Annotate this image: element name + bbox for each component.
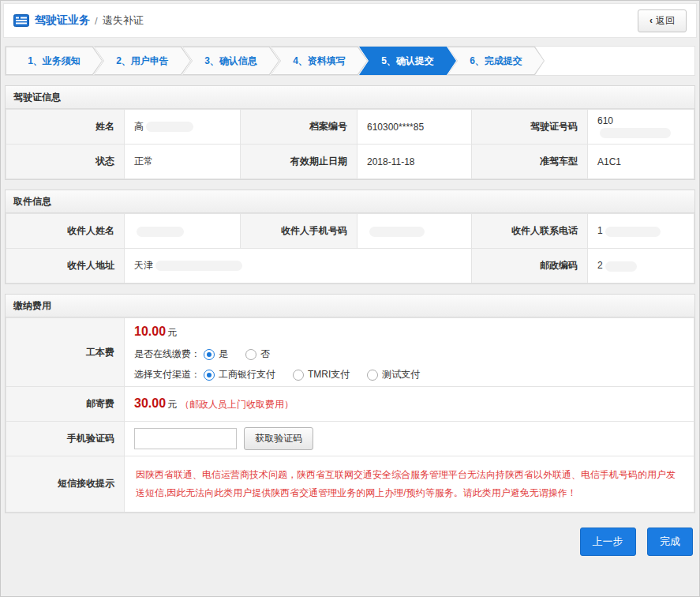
table-row: 手机验证码 获取验证码	[6, 422, 694, 456]
table-row: 状态 正常 有效期止日期 2018-11-18 准驾车型 A1C1	[6, 145, 694, 179]
step-confirm-submit[interactable]: 5、确认提交	[359, 47, 456, 75]
table-row: 姓名 高 档案编号 610300****85 驾驶证号码 610	[6, 110, 694, 145]
field-label: 收件人地址	[6, 249, 125, 283]
field-label: 邮寄费	[6, 387, 125, 422]
fee-unit: 元	[167, 327, 177, 338]
value-text: 610300****85	[367, 122, 424, 133]
finish-button[interactable]: 完成	[647, 528, 693, 556]
breadcrumb-current: 遗失补证	[103, 13, 144, 28]
pay-channel-options: 选择支付渠道： 工商银行支付 TMRI支付 测试支付	[134, 368, 684, 381]
field-label: 姓名	[6, 110, 125, 145]
back-label: 返回	[656, 15, 675, 26]
step-wizard: 1、业务须知 2、用户申告 3、确认信息 4、资料填写 5、确认提交 6、完成提…	[5, 46, 695, 76]
table-row: 收件人地址 天津 邮政编码 2	[6, 249, 694, 283]
online-pay-options: 是否在线缴费： 是 否	[134, 347, 684, 361]
step-label: 3、确认信息	[183, 47, 279, 74]
topbar: 驾驶证业务 / 遗失补证 ‹返回	[3, 3, 697, 38]
table-row: 工本费 10.00元 是否在线缴费： 是 否 选择支付渠道： 工商银行支付 TM…	[6, 318, 694, 387]
radio-online-yes[interactable]: 是	[204, 347, 228, 361]
value-text: 2	[597, 260, 603, 271]
fees-table: 工本费 10.00元 是否在线缴费： 是 否 选择支付渠道： 工商银行支付 TM…	[6, 317, 694, 513]
field-value	[357, 214, 472, 249]
sms-code-input[interactable]	[134, 428, 237, 449]
field-value: 610	[588, 110, 694, 145]
field-label: 驾驶证号码	[472, 110, 588, 145]
field-value: 1	[588, 214, 694, 249]
pickup-table: 收件人姓名 收件人手机号码 收件人联系电话 1 收件人地址 天津 邮政编码 2	[6, 213, 694, 283]
step-label: 4、资料填写	[271, 47, 367, 74]
step-label: 6、完成提交	[448, 47, 544, 74]
section-title: 缴纳费用	[6, 295, 694, 317]
field-label: 手机验证码	[6, 422, 125, 456]
footer-actions: 上一步 完成	[1, 513, 699, 556]
radio-channel-tmri[interactable]: TMRI支付	[293, 368, 350, 381]
value-text: 610	[597, 115, 613, 126]
value-text: 高	[134, 121, 144, 132]
field-label: 档案编号	[241, 110, 357, 145]
radio-label: TMRI支付	[308, 368, 350, 381]
field-value: 610300****85	[357, 110, 472, 145]
step-label: 5、确认提交	[360, 47, 455, 74]
value-text: 2018-11-18	[367, 156, 415, 167]
back-button[interactable]: ‹返回	[638, 9, 687, 32]
redacted-text	[605, 227, 661, 237]
radio-label: 测试支付	[382, 368, 420, 381]
radio-channel-icbc[interactable]: 工商银行支付	[204, 368, 275, 381]
field-value: 天津	[125, 249, 472, 283]
radio-icon	[293, 370, 304, 381]
field-label: 邮政编码	[472, 249, 588, 283]
radio-online-no[interactable]: 否	[245, 347, 270, 361]
pickup-info-section: 取件信息 收件人姓名 收件人手机号码 收件人联系电话 1 收件人地址 天津 邮政…	[5, 190, 695, 284]
field-value: 10.00元 是否在线缴费： 是 否 选择支付渠道： 工商银行支付 TMRI支付…	[125, 318, 694, 387]
step-finish-submit[interactable]: 6、完成提交	[447, 47, 545, 75]
page: 驾驶证业务 / 遗失补证 ‹返回 1、业务须知 2、用户申告 3、确认信息 4、…	[0, 0, 700, 597]
radio-icon	[204, 370, 215, 381]
radio-label: 否	[260, 347, 270, 361]
table-row: 收件人姓名 收件人手机号码 收件人联系电话 1	[6, 214, 694, 249]
field-value: 2018-11-18	[357, 145, 472, 179]
value-text: 天津	[134, 260, 153, 271]
pay-channel-question: 选择支付渠道：	[134, 368, 200, 381]
fee-amount: 10.00	[134, 325, 166, 338]
sms-notice-text: 因陕西省联通、电信运营商技术问题，陕西省互联网交通安全综合服务管理平台无法向持陕…	[134, 461, 684, 507]
breadcrumb-separator: /	[95, 15, 98, 27]
radio-icon	[367, 370, 378, 381]
license-info-section: 驾驶证信息 姓名 高 档案编号 610300****85 驾驶证号码 610 状…	[5, 85, 695, 180]
section-title: 驾驶证信息	[6, 86, 694, 109]
section-title: 取件信息	[6, 190, 694, 213]
field-label: 短信接收提示	[6, 456, 125, 513]
fee-amount-line: 10.00元	[134, 325, 684, 340]
redacted-text	[605, 261, 637, 272]
field-value: 30.00元（邮政人员上门收取费用）	[125, 387, 694, 422]
table-row: 邮寄费 30.00元（邮政人员上门收取费用）	[6, 387, 694, 422]
value-text: 1	[597, 225, 603, 236]
redacted-text	[137, 227, 184, 237]
step-fill-materials[interactable]: 4、资料填写	[271, 47, 368, 75]
prev-step-button[interactable]: 上一步	[580, 528, 636, 556]
table-row: 短信接收提示 因陕西省联通、电信运营商技术问题，陕西省互联网交通安全综合服务管理…	[6, 456, 694, 513]
step-business-notice[interactable]: 1、业务须知	[6, 47, 103, 75]
redacted-text	[146, 122, 193, 132]
field-value: 2	[588, 249, 694, 283]
step-label: 2、用户申告	[95, 47, 190, 74]
redacted-text	[369, 227, 425, 237]
radio-channel-test[interactable]: 测试支付	[367, 368, 420, 381]
field-label: 收件人姓名	[6, 214, 125, 249]
field-value: 因陕西省联通、电信运营商技术问题，陕西省互联网交通安全综合服务管理平台无法向持陕…	[125, 456, 694, 513]
field-label: 有效期止日期	[241, 145, 357, 179]
get-code-button[interactable]: 获取验证码	[244, 427, 313, 450]
step-confirm-info[interactable]: 3、确认信息	[182, 47, 279, 75]
back-chevron-icon: ‹	[649, 15, 653, 26]
field-label: 收件人联系电话	[472, 214, 588, 249]
radio-icon	[204, 349, 215, 360]
radio-icon	[245, 349, 256, 360]
field-label: 工本费	[6, 318, 125, 387]
field-value: 高	[125, 110, 241, 145]
field-label: 收件人手机号码	[241, 214, 357, 249]
fees-section: 缴纳费用 工本费 10.00元 是否在线缴费： 是 否 选择支付渠道： 工商银行…	[5, 294, 695, 513]
field-value	[125, 214, 241, 249]
redacted-text	[600, 128, 671, 138]
step-user-declare[interactable]: 2、用户申告	[94, 47, 191, 75]
online-pay-question: 是否在线缴费：	[134, 347, 200, 361]
value-text: A1C1	[597, 156, 621, 167]
